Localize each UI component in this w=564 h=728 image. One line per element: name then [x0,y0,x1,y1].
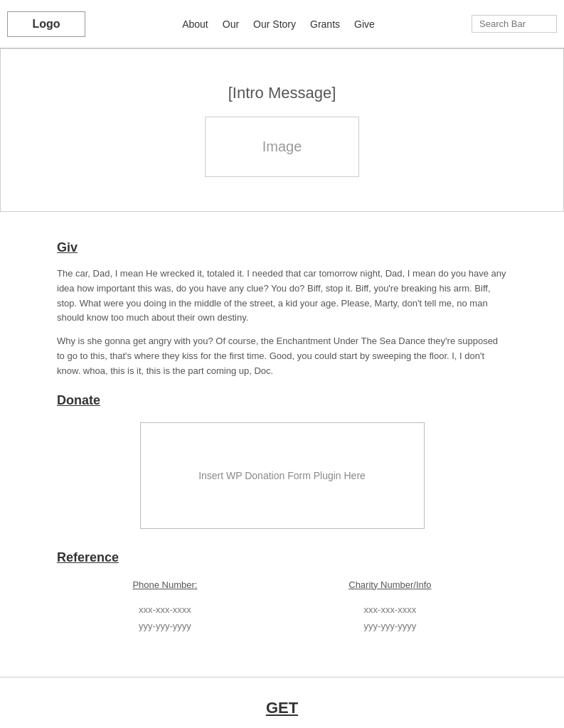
phone-number-label: Phone Number: [132,579,197,590]
giv-paragraph-2: Why is she gonna get angry with you? Of … [57,334,507,378]
search-input[interactable] [472,15,557,33]
nav-our[interactable]: Our [223,18,239,30]
main-content: Giv The car, Dad, I mean He wrecked it, … [0,212,564,648]
logo: Logo [7,11,85,37]
cta-title: GET [14,699,550,717]
giv-paragraph-1: The car, Dad, I mean He wrecked it, tota… [57,267,507,326]
cta-section: GET By the power of Grayskull… I have th… [0,677,564,728]
header: Logo About Our Our Story Grants Give [0,0,564,48]
reference-section: Reference Phone Number: xxx-xxx-xxxx yyy… [57,550,507,635]
donate-heading: Donate [57,393,507,408]
phone-number-column: Phone Number: xxx-xxx-xxxx yyy-yyy-yyyy [132,579,197,635]
charity-number-2: yyy-yyy-yyyy [348,618,431,634]
donation-form-placeholder: Insert WP Donation Form Plugin Here [140,422,425,529]
reference-heading: Reference [57,550,507,565]
charity-number-column: Charity Number/Info xxx-xxx-xxxx yyy-yyy… [348,579,431,635]
nav-our-story[interactable]: Our Story [253,18,296,30]
nav-give[interactable]: Give [354,18,375,30]
hero-image: Image [205,117,360,177]
reference-columns: Phone Number: xxx-xxx-xxxx yyy-yyy-yyyy … [57,579,507,635]
giv-heading: Giv [57,240,507,255]
nav-about[interactable]: About [182,18,208,30]
phone-number-2: yyy-yyy-yyyy [132,618,197,634]
nav-grants[interactable]: Grants [310,18,340,30]
charity-number-1: xxx-xxx-xxxx [348,601,431,618]
hero-section: [Intro Message] Image [0,48,564,212]
nav: About Our Our Story Grants Give [182,18,375,30]
charity-number-label: Charity Number/Info [348,579,431,590]
intro-message: [Intro Message] [228,84,336,102]
donate-section: Donate Insert WP Donation Form Plugin He… [57,393,507,529]
giv-section: Giv The car, Dad, I mean He wrecked it, … [57,240,507,379]
phone-number-1: xxx-xxx-xxxx [132,601,197,618]
